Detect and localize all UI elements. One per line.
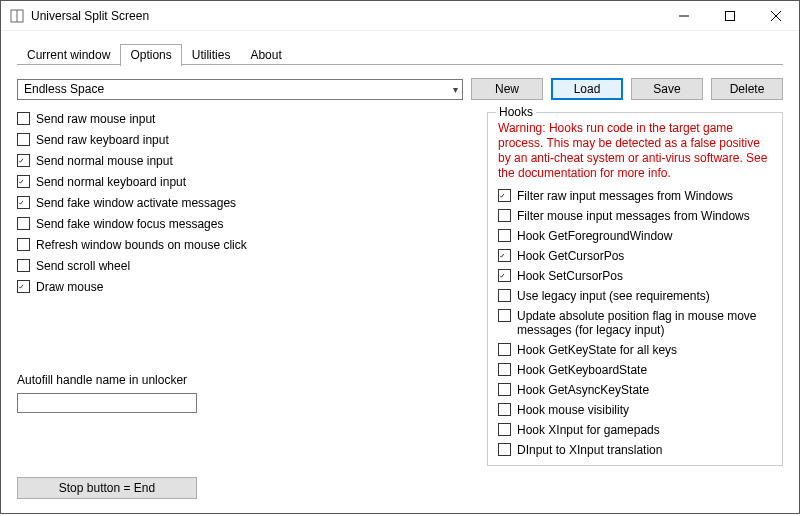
chevron-down-icon: ▾ bbox=[453, 84, 458, 95]
hook-option-checkbox[interactable] bbox=[498, 249, 511, 262]
left-option-row: Send raw keyboard input bbox=[17, 133, 477, 147]
hook-option-checkbox[interactable] bbox=[498, 423, 511, 436]
hook-option-row: Hook XInput for gamepads bbox=[498, 423, 772, 437]
preset-selected-value: Endless Space bbox=[24, 82, 104, 96]
left-option-checkbox[interactable] bbox=[17, 112, 30, 125]
stop-button[interactable]: Stop button = End bbox=[17, 477, 197, 499]
left-options-list: Send raw mouse inputSend raw keyboard in… bbox=[17, 112, 477, 294]
left-option-label: Send scroll wheel bbox=[36, 259, 130, 273]
autofill-label: Autofill handle name in unlocker bbox=[17, 373, 477, 387]
hook-option-row: Use legacy input (see requirements) bbox=[498, 289, 772, 303]
hook-option-label: Hook SetCursorPos bbox=[517, 269, 623, 283]
left-option-checkbox[interactable] bbox=[17, 154, 30, 167]
svg-rect-3 bbox=[726, 11, 735, 20]
hooks-warning: Warning: Hooks run code in the target ga… bbox=[498, 121, 772, 181]
app-window: Universal Split Screen Current windowOpt… bbox=[0, 0, 800, 514]
hook-option-checkbox[interactable] bbox=[498, 289, 511, 302]
hooks-list: Filter raw input messages from WindowsFi… bbox=[498, 189, 772, 457]
left-option-label: Send normal mouse input bbox=[36, 154, 173, 168]
left-option-checkbox[interactable] bbox=[17, 175, 30, 188]
close-button[interactable] bbox=[753, 1, 799, 30]
left-option-checkbox[interactable] bbox=[17, 238, 30, 251]
hooks-groupbox: Hooks Warning: Hooks run code in the tar… bbox=[487, 112, 783, 466]
hook-option-label: Hook GetKeyState for all keys bbox=[517, 343, 677, 357]
new-button[interactable]: New bbox=[471, 78, 543, 100]
left-option-row: Send raw mouse input bbox=[17, 112, 477, 126]
tab-current-window[interactable]: Current window bbox=[17, 44, 120, 66]
tabstrip: Current windowOptionsUtilitiesAbout bbox=[1, 31, 799, 65]
left-option-label: Draw mouse bbox=[36, 280, 103, 294]
left-option-row: Send fake window focus messages bbox=[17, 217, 477, 231]
autofill-input[interactable] bbox=[17, 393, 197, 413]
tab-content-options: Endless Space ▾ New Load Save Delete Sen… bbox=[1, 66, 799, 513]
hook-option-row: Hook GetKeyState for all keys bbox=[498, 343, 772, 357]
left-option-row: Draw mouse bbox=[17, 280, 477, 294]
hook-option-label: Hook GetAsyncKeyState bbox=[517, 383, 649, 397]
hook-option-row: Hook GetForegroundWindow bbox=[498, 229, 772, 243]
hook-option-row: Hook mouse visibility bbox=[498, 403, 772, 417]
hook-option-label: Update absolute position flag in mouse m… bbox=[517, 309, 772, 337]
left-option-label: Send normal keyboard input bbox=[36, 175, 186, 189]
hook-option-checkbox[interactable] bbox=[498, 403, 511, 416]
left-option-checkbox[interactable] bbox=[17, 280, 30, 293]
hook-option-label: Use legacy input (see requirements) bbox=[517, 289, 710, 303]
preset-row: Endless Space ▾ New Load Save Delete bbox=[17, 78, 783, 100]
hook-option-checkbox[interactable] bbox=[498, 443, 511, 456]
hook-option-checkbox[interactable] bbox=[498, 209, 511, 222]
tab-options[interactable]: Options bbox=[120, 44, 181, 66]
left-option-label: Send fake window focus messages bbox=[36, 217, 223, 231]
hook-option-label: Hook GetForegroundWindow bbox=[517, 229, 672, 243]
left-option-row: Send normal mouse input bbox=[17, 154, 477, 168]
tab-about[interactable]: About bbox=[240, 44, 291, 66]
hook-option-row: Hook GetAsyncKeyState bbox=[498, 383, 772, 397]
hook-option-checkbox[interactable] bbox=[498, 343, 511, 356]
left-option-label: Send fake window activate messages bbox=[36, 196, 236, 210]
hook-option-checkbox[interactable] bbox=[498, 229, 511, 242]
hook-option-label: Hook mouse visibility bbox=[517, 403, 629, 417]
left-option-label: Send raw keyboard input bbox=[36, 133, 169, 147]
maximize-button[interactable] bbox=[707, 1, 753, 30]
hook-option-label: Hook XInput for gamepads bbox=[517, 423, 660, 437]
hook-option-row: Filter raw input messages from Windows bbox=[498, 189, 772, 203]
left-option-row: Refresh window bounds on mouse click bbox=[17, 238, 477, 252]
hook-option-row: Hook SetCursorPos bbox=[498, 269, 772, 283]
hook-option-checkbox[interactable] bbox=[498, 189, 511, 202]
hook-option-label: Filter mouse input messages from Windows bbox=[517, 209, 750, 223]
tab-utilities[interactable]: Utilities bbox=[182, 44, 241, 66]
hook-option-row: Update absolute position flag in mouse m… bbox=[498, 309, 772, 337]
hook-option-label: DInput to XInput translation bbox=[517, 443, 662, 457]
left-option-label: Refresh window bounds on mouse click bbox=[36, 238, 247, 252]
hook-option-row: Hook GetKeyboardState bbox=[498, 363, 772, 377]
hook-option-row: Hook GetCursorPos bbox=[498, 249, 772, 263]
hook-option-label: Filter raw input messages from Windows bbox=[517, 189, 733, 203]
left-option-label: Send raw mouse input bbox=[36, 112, 155, 126]
hook-option-checkbox[interactable] bbox=[498, 383, 511, 396]
load-button[interactable]: Load bbox=[551, 78, 623, 100]
app-icon bbox=[9, 8, 25, 24]
preset-select[interactable]: Endless Space ▾ bbox=[17, 79, 463, 100]
left-option-row: Send scroll wheel bbox=[17, 259, 477, 273]
delete-button[interactable]: Delete bbox=[711, 78, 783, 100]
hook-option-checkbox[interactable] bbox=[498, 269, 511, 282]
hooks-group-label: Hooks bbox=[496, 105, 536, 119]
titlebar: Universal Split Screen bbox=[1, 1, 799, 31]
hook-option-row: Filter mouse input messages from Windows bbox=[498, 209, 772, 223]
left-option-checkbox[interactable] bbox=[17, 133, 30, 146]
left-option-row: Send normal keyboard input bbox=[17, 175, 477, 189]
hook-option-row: DInput to XInput translation bbox=[498, 443, 772, 457]
window-title: Universal Split Screen bbox=[31, 9, 149, 23]
minimize-button[interactable] bbox=[661, 1, 707, 30]
save-button[interactable]: Save bbox=[631, 78, 703, 100]
left-option-row: Send fake window activate messages bbox=[17, 196, 477, 210]
left-option-checkbox[interactable] bbox=[17, 259, 30, 272]
hook-option-label: Hook GetCursorPos bbox=[517, 249, 624, 263]
hook-option-checkbox[interactable] bbox=[498, 309, 511, 322]
left-option-checkbox[interactable] bbox=[17, 217, 30, 230]
window-controls bbox=[661, 1, 799, 30]
left-option-checkbox[interactable] bbox=[17, 196, 30, 209]
hook-option-label: Hook GetKeyboardState bbox=[517, 363, 647, 377]
hook-option-checkbox[interactable] bbox=[498, 363, 511, 376]
